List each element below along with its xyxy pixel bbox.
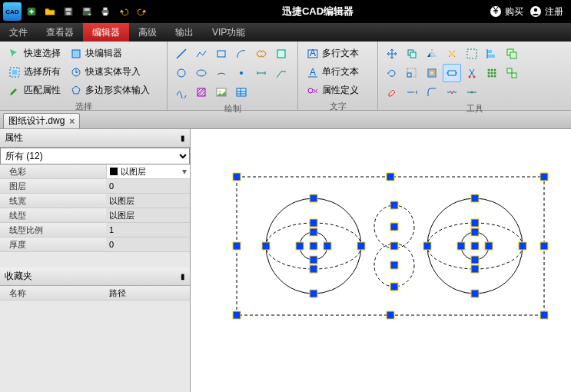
stretch-tool[interactable]	[443, 64, 461, 82]
spline-tool[interactable]	[172, 83, 191, 101]
chevron-down-icon[interactable]: ▾	[182, 166, 190, 177]
property-value[interactable]: 0	[106, 238, 190, 251]
close-tab-icon[interactable]: ×	[69, 116, 75, 127]
move-tool[interactable]	[383, 45, 401, 63]
property-row[interactable]: 线型以图层	[0, 208, 190, 223]
rect-select-tool[interactable]	[463, 45, 481, 63]
menu-item-3[interactable]: 高级	[129, 23, 166, 42]
app-title: 迅捷CAD编辑器	[154, 5, 482, 18]
ribbon-group-tools: 工具	[378, 42, 571, 110]
property-key: 色彩	[0, 166, 106, 178]
property-value[interactable]: 0	[106, 179, 190, 193]
eraser-tool[interactable]	[383, 83, 401, 101]
svg-rect-32	[450, 52, 453, 55]
svg-rect-41	[430, 71, 434, 75]
property-key: 厚度	[0, 239, 106, 251]
mirror-tool[interactable]	[423, 45, 441, 63]
select-all-button[interactable]: 选择所有	[5, 63, 65, 81]
ellipse-arc-tool[interactable]	[212, 64, 231, 82]
register-button[interactable]: 注册	[530, 5, 563, 18]
svg-point-55	[471, 91, 473, 94]
trim-tool[interactable]	[463, 64, 481, 82]
offset-tool[interactable]	[423, 64, 441, 82]
array-tool[interactable]	[483, 64, 501, 82]
table-tool[interactable]	[232, 83, 251, 101]
point-tool[interactable]	[232, 64, 251, 82]
property-row[interactable]: 图层0	[0, 179, 190, 194]
block-icon	[70, 48, 82, 60]
pin-icon[interactable]: ▮	[181, 134, 185, 142]
revcloud-tool[interactable]	[252, 45, 271, 63]
quick-select-button[interactable]: 快速选择	[5, 45, 65, 62]
poly-input-button[interactable]: 多边形实体输入	[66, 81, 154, 99]
svg-rect-14	[12, 70, 17, 75]
mtext-button[interactable]: A多行文本	[303, 45, 363, 62]
ribbon-group-label: 选择	[5, 99, 162, 112]
svg-rect-37	[510, 52, 516, 58]
line-tool[interactable]	[172, 45, 191, 63]
break-tool[interactable]	[443, 83, 461, 101]
favorites-columns: 名称 路径	[0, 286, 190, 301]
copy-tool[interactable]	[403, 45, 421, 63]
property-value[interactable]: 以图层	[106, 194, 190, 208]
dims-tool[interactable]	[252, 64, 271, 82]
svg-rect-17	[217, 51, 225, 57]
property-row[interactable]: 线宽以图层	[0, 194, 190, 208]
app-logo-icon: CAD	[3, 2, 22, 21]
attdef-button[interactable]: 属性定义	[303, 81, 363, 99]
property-key: 图层	[0, 181, 106, 192]
drawing-canvas[interactable]	[191, 129, 571, 392]
svg-point-52	[494, 75, 496, 78]
document-tab[interactable]: 图纸设计.dwg ×	[3, 113, 80, 128]
scale-tool[interactable]	[403, 64, 421, 82]
menu-item-4[interactable]: 输出	[166, 23, 203, 42]
polyline-tool[interactable]	[192, 45, 211, 63]
property-value[interactable]: 以图层	[106, 208, 190, 222]
ribbon-group-select: 快速选择 选择所有 匹配属性 块编辑器 快速实体导入 多边形实体输入 选择	[0, 42, 168, 110]
undo-button[interactable]	[115, 3, 132, 20]
svg-text:¥: ¥	[493, 5, 499, 16]
join-tool[interactable]	[463, 83, 481, 101]
new-button[interactable]	[23, 3, 40, 20]
selection-filter-combo[interactable]: 所有 (12)	[0, 148, 190, 164]
stext-button[interactable]: A单行文本	[303, 63, 363, 81]
circle-tool[interactable]	[172, 64, 191, 82]
save-button[interactable]	[60, 3, 77, 20]
quick-import-button[interactable]: 快速实体导入	[66, 63, 154, 81]
menu-item-1[interactable]: 查看器	[37, 23, 83, 42]
explode-tool[interactable]	[443, 45, 461, 63]
redo-button[interactable]	[134, 3, 151, 20]
property-row[interactable]: 色彩以图层 ▾	[0, 164, 190, 179]
extend-tool[interactable]	[403, 83, 421, 101]
property-value[interactable]: 1	[106, 223, 190, 237]
property-row[interactable]: 线型比例1	[0, 223, 190, 238]
print-button[interactable]	[97, 3, 114, 20]
ungroup-tool[interactable]	[503, 64, 521, 82]
property-row[interactable]: 厚度0	[0, 238, 190, 252]
image-tool[interactable]	[212, 83, 231, 101]
block-editor-button[interactable]: 块编辑器	[66, 45, 154, 62]
arc-tool[interactable]	[232, 45, 251, 63]
hatch-tool[interactable]	[192, 83, 211, 101]
saveas-button[interactable]	[78, 3, 95, 20]
pin-icon[interactable]: ▮	[181, 272, 185, 281]
insert-block-tool[interactable]	[272, 45, 290, 63]
open-button[interactable]	[41, 3, 58, 20]
align-tool[interactable]	[483, 45, 501, 63]
group-tool[interactable]	[503, 45, 521, 63]
menu-item-0[interactable]: 文件	[0, 23, 37, 42]
fillet-tool[interactable]	[423, 83, 441, 101]
leader-tool[interactable]	[272, 64, 290, 82]
buy-button[interactable]: ¥购买	[490, 5, 523, 18]
match-props-button[interactable]: 匹配属性	[5, 81, 65, 99]
canvas-svg	[191, 129, 571, 392]
ellipse-tool[interactable]	[192, 64, 211, 82]
rotate-tool[interactable]	[383, 64, 401, 82]
svg-point-19	[178, 69, 185, 77]
menu-item-5[interactable]: VIP功能	[203, 23, 254, 42]
rect-tool[interactable]	[212, 45, 231, 63]
ribbon-group-label: 工具	[383, 101, 566, 115]
property-value[interactable]: 以图层 ▾	[106, 164, 190, 178]
menu-item-2[interactable]: 编辑器	[83, 23, 129, 42]
svg-rect-53	[507, 68, 512, 73]
